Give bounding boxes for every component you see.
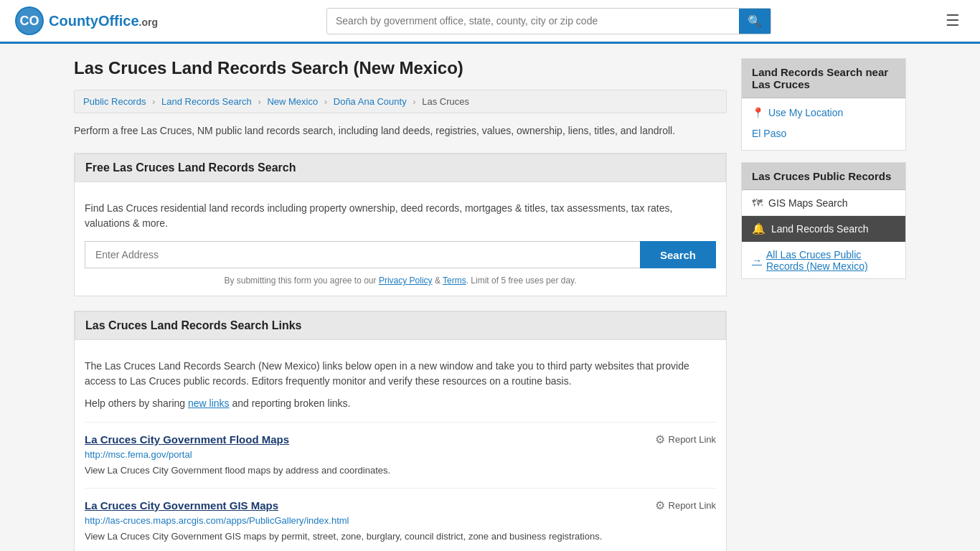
link-item-header: La Cruces City Government Flood Maps ⚙ R… — [85, 433, 716, 446]
search-icon: 🔍 — [748, 15, 762, 27]
gis-maps-nav-label: GIS Maps Search — [768, 197, 848, 209]
report-icon-1: ⚙ — [655, 433, 665, 446]
page-title: Las Cruces Land Records Search (New Mexi… — [74, 58, 727, 78]
address-input[interactable] — [85, 241, 640, 268]
logo-org: .org — [139, 17, 158, 28]
content-area: Las Cruces Land Records Search (New Mexi… — [74, 58, 727, 551]
report-label-1: Report Link — [669, 434, 716, 445]
new-links-link[interactable]: new links — [188, 397, 230, 409]
flood-maps-url: http://msc.fema.gov/portal — [85, 449, 716, 460]
flood-maps-desc: View La Cruces City Government flood map… — [85, 463, 716, 478]
hamburger-button[interactable]: ☰ — [940, 9, 966, 33]
breadcrumb-sep2: › — [258, 96, 260, 107]
sidebar-item-land-records[interactable]: 🔔 Land Records Search — [742, 216, 905, 242]
search-section: Free Las Cruces Land Records Search Find… — [74, 153, 727, 296]
arrow-icon: → — [752, 255, 762, 266]
header-search-input[interactable] — [327, 9, 739, 32]
report-link-button-1[interactable]: ⚙ Report Link — [655, 433, 716, 446]
search-button[interactable]: Search — [640, 241, 716, 268]
sidebar-item-all-records[interactable]: → All Las Cruces Public Records (New Mex… — [742, 242, 905, 278]
logo-area: CO CountyOffice.org — [14, 6, 158, 36]
logo-text: CountyOffice.org — [49, 13, 158, 29]
report-icon-2: ⚙ — [655, 499, 665, 512]
search-form-body: Find Las Cruces residential land records… — [75, 191, 726, 296]
location-pin-icon: 📍 — [752, 107, 764, 118]
header-search-button[interactable]: 🔍 — [739, 9, 771, 34]
page-description: Perform a free Las Cruces, NM public lan… — [74, 123, 727, 138]
breadcrumb-las-cruces: Las Cruces — [422, 96, 469, 107]
links-section-header: Las Cruces Land Records Search Links — [75, 311, 726, 340]
breadcrumb-land-records[interactable]: Land Records Search — [161, 96, 252, 107]
breadcrumb-public-records[interactable]: Public Records — [83, 96, 146, 107]
sidebar-item-gis-maps[interactable]: 🗺 GIS Maps Search — [742, 190, 905, 216]
breadcrumb-dona-ana[interactable]: Doña Ana County — [334, 96, 407, 107]
hamburger-icon: ☰ — [946, 11, 960, 29]
search-description: Find Las Cruces residential land records… — [85, 201, 716, 231]
use-my-location-button[interactable]: 📍 Use My Location — [752, 107, 843, 118]
breadcrumb-sep3: › — [324, 96, 327, 107]
form-disclaimer: By submitting this form you agree to our… — [85, 276, 716, 286]
report-label-2: Report Link — [669, 500, 716, 511]
main-container: Las Cruces Land Records Search (New Mexi… — [60, 44, 920, 551]
link-item: La Cruces City Government GIS Maps ⚙ Rep… — [85, 488, 716, 552]
use-my-location-label: Use My Location — [768, 107, 843, 118]
breadcrumb-sep1: › — [152, 96, 155, 107]
links-body: The Las Cruces Land Records Search (New … — [75, 349, 726, 551]
map-icon: 🗺 — [752, 197, 763, 209]
all-records-label: All Las Cruces Public Records (New Mexic… — [766, 249, 895, 272]
breadcrumb: Public Records › Land Records Search › N… — [74, 90, 727, 113]
link-item: La Cruces City Government Flood Maps ⚙ R… — [85, 422, 716, 488]
flood-maps-link[interactable]: La Cruces City Government Flood Maps — [85, 433, 289, 446]
header: CO CountyOffice.org 🔍 ☰ — [0, 0, 980, 44]
privacy-policy-link[interactable]: Privacy Policy — [379, 276, 433, 286]
share-line: Help others by sharing new links and rep… — [85, 397, 716, 409]
breadcrumb-new-mexico[interactable]: New Mexico — [267, 96, 318, 107]
logo-brand: CountyOffice — [49, 13, 139, 29]
address-search-row: Search — [85, 241, 716, 268]
public-records-box: Las Cruces Public Records 🗺 GIS Maps Sea… — [741, 162, 906, 279]
link-item-header-2: La Cruces City Government GIS Maps ⚙ Rep… — [85, 499, 716, 512]
nearby-box-header: Land Records Search near Las Cruces — [742, 59, 905, 98]
svg-text:CO: CO — [20, 14, 39, 28]
nearby-box: Land Records Search near Las Cruces 📍 Us… — [741, 58, 906, 151]
public-records-box-header: Las Cruces Public Records — [742, 163, 905, 190]
bell-icon: 🔔 — [752, 222, 765, 235]
search-section-header: Free Las Cruces Land Records Search — [75, 154, 726, 182]
nearby-box-body: 📍 Use My Location El Paso — [742, 98, 905, 150]
gis-maps-url: http://las-cruces.maps.arcgis.com/apps/P… — [85, 515, 716, 526]
nearby-el-paso-link[interactable]: El Paso — [752, 126, 895, 141]
header-search-area: 🔍 — [326, 8, 771, 34]
links-intro: The Las Cruces Land Records Search (New … — [85, 359, 716, 389]
report-link-button-2[interactable]: ⚙ Report Link — [655, 499, 716, 512]
logo-icon: CO — [14, 6, 44, 36]
sidebar: Land Records Search near Las Cruces 📍 Us… — [741, 58, 906, 551]
land-records-nav-label: Land Records Search — [771, 223, 868, 235]
links-section: Las Cruces Land Records Search Links The… — [74, 311, 727, 551]
breadcrumb-sep4: › — [413, 96, 415, 107]
gis-maps-link[interactable]: La Cruces City Government GIS Maps — [85, 499, 278, 512]
gis-maps-desc: View La Cruces City Government GIS maps … — [85, 529, 716, 544]
terms-link[interactable]: Terms — [443, 276, 466, 286]
